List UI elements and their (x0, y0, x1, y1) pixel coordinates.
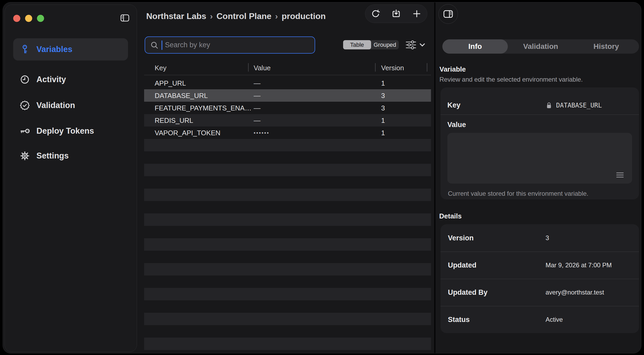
import-button[interactable] (388, 6, 404, 22)
sidebar-item-label: Validation (36, 101, 75, 110)
seal-check-icon (19, 100, 31, 111)
view-option-grouped[interactable]: Grouped (371, 40, 399, 49)
breadcrumb-environment[interactable]: production (282, 11, 326, 21)
table-row-selected[interactable]: DATABASE_URL — 3 (144, 89, 431, 102)
sidebar-item-validation[interactable]: Validation (13, 94, 128, 116)
table-empty-row (144, 176, 431, 189)
table-empty-row (144, 338, 431, 350)
key-horizontal-icon (19, 126, 31, 136)
column-divider[interactable] (375, 63, 376, 72)
sidebar-item-deploy-tokens[interactable]: Deploy Tokens (13, 120, 128, 142)
cell-value-masked: •••••• (254, 130, 269, 136)
detail-value: avery@northstar.test (546, 289, 604, 296)
column-header-value[interactable]: Value (254, 64, 271, 72)
table-empty-row (144, 325, 431, 338)
table-filler (144, 139, 431, 350)
sidebar-right-icon (443, 10, 453, 18)
key-field-value[interactable]: DATABASE_URL (546, 102, 602, 109)
detail-row-updated: Updated Mar 9, 2026 at 7:00 PM (441, 251, 639, 279)
tab-info[interactable]: Info (442, 39, 508, 54)
table-empty-row (144, 263, 431, 275)
table-empty-row (144, 201, 431, 213)
breadcrumb-separator: › (210, 11, 213, 21)
view-toggle: Table Grouped (343, 40, 399, 49)
breadcrumb: Northstar Labs › Control Plane › product… (146, 11, 326, 21)
search-input[interactable]: Search by key (145, 36, 315, 54)
detail-value: 3 (546, 234, 549, 242)
detail-label: Updated (448, 261, 476, 269)
inspector-toggle-button[interactable] (438, 4, 458, 24)
table-header: Key Value Version (144, 62, 431, 74)
section-description: Review and edit the selected environment… (439, 76, 583, 83)
desktop-background: Variables Activity Validation (0, 0, 644, 355)
breadcrumb-org[interactable]: Northstar Labs (146, 11, 206, 21)
sidebar-item-label: Activity (36, 75, 66, 84)
table-row[interactable]: VAPOR_API_TOKEN •••••• 1 (144, 127, 431, 139)
tab-validation[interactable]: Validation (508, 39, 573, 54)
filter-menu-button[interactable] (405, 40, 429, 50)
sidebar-left-icon (120, 14, 129, 22)
gear-icon (19, 151, 31, 161)
section-title-details: Details (439, 212, 462, 220)
cell-key: VAPOR_API_TOKEN (155, 129, 220, 137)
tab-history[interactable]: History (574, 39, 639, 54)
cell-version: 1 (381, 129, 385, 137)
cell-key: FEATURE_PAYMENTS_ENA… (155, 104, 252, 112)
detail-row-updated-by: Updated By avery@northstar.test (441, 279, 639, 306)
minimize-window-button[interactable] (25, 15, 32, 22)
toolbar (365, 4, 427, 23)
cell-value: — (254, 116, 261, 124)
column-header-key[interactable]: Key (155, 64, 167, 72)
cell-version: 1 (381, 116, 385, 124)
refresh-button[interactable] (368, 6, 383, 22)
import-icon (391, 9, 401, 18)
column-divider[interactable] (427, 63, 427, 72)
variable-card: Key DATABASE_URL Value Current value sto… (441, 87, 639, 199)
sidebar-toggle-button[interactable] (120, 14, 129, 22)
search-placeholder: Search by key (165, 41, 210, 49)
table-row[interactable]: FEATURE_PAYMENTS_ENA… — 3 (144, 102, 431, 114)
sidebar-item-variables[interactable]: Variables (13, 38, 128, 60)
cell-value: — (254, 79, 261, 87)
view-option-table[interactable]: Table (343, 40, 371, 49)
table-empty-row (144, 288, 431, 300)
cell-value: — (254, 104, 261, 112)
panel-divider[interactable] (434, 2, 435, 353)
resize-handle-icon[interactable] (616, 172, 624, 178)
column-divider[interactable] (248, 63, 249, 72)
value-textarea[interactable] (447, 133, 632, 184)
refresh-icon (371, 9, 380, 18)
table-empty-row (144, 275, 431, 288)
detail-value: Active (546, 316, 563, 323)
text-cursor (162, 40, 162, 50)
details-card: Version 3 Updated Mar 9, 2026 at 7:00 PM… (441, 224, 639, 333)
sidebar-item-activity[interactable]: Activity (13, 68, 128, 91)
table-empty-row (144, 151, 431, 164)
detail-label: Status (448, 315, 470, 324)
key-field-label: Key (447, 101, 461, 109)
value-helper-text: Current value stored for this environmen… (448, 190, 588, 197)
cell-version: 3 (381, 104, 385, 112)
column-header-version[interactable]: Version (381, 64, 404, 72)
sidebar: Variables Activity Validation (4, 4, 137, 352)
table-empty-row (144, 189, 431, 201)
sidebar-item-settings[interactable]: Settings (13, 145, 128, 167)
table-empty-row (144, 164, 431, 176)
detail-row-version: Version 3 (441, 224, 639, 251)
table-empty-row (144, 213, 431, 226)
clock-icon (19, 74, 31, 85)
table-empty-row (144, 238, 431, 251)
table-row[interactable]: REDIS_URL — 1 (144, 114, 431, 127)
detail-label: Updated By (448, 288, 487, 296)
card-divider (441, 114, 639, 115)
close-window-button[interactable] (13, 15, 20, 22)
detail-label: Version (448, 234, 474, 242)
breadcrumb-project[interactable]: Control Plane (216, 11, 271, 21)
cell-value: — (254, 91, 261, 100)
key-value-text: DATABASE_URL (556, 102, 602, 109)
add-variable-button[interactable] (409, 6, 425, 22)
table-empty-row (144, 251, 431, 263)
table-row[interactable]: APP_URL — 1 (144, 77, 431, 89)
zoom-window-button[interactable] (37, 15, 44, 22)
cell-key: REDIS_URL (155, 116, 193, 124)
